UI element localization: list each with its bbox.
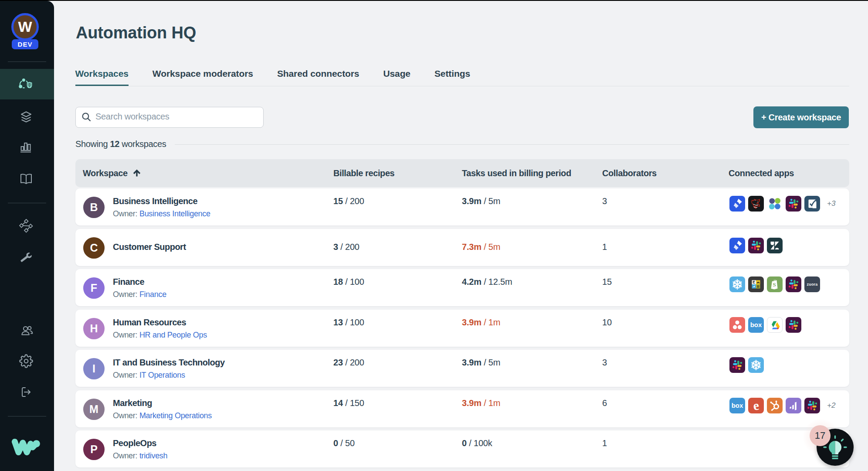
svg-text:E: E: [753, 280, 755, 284]
svg-text:S: S: [773, 281, 776, 288]
